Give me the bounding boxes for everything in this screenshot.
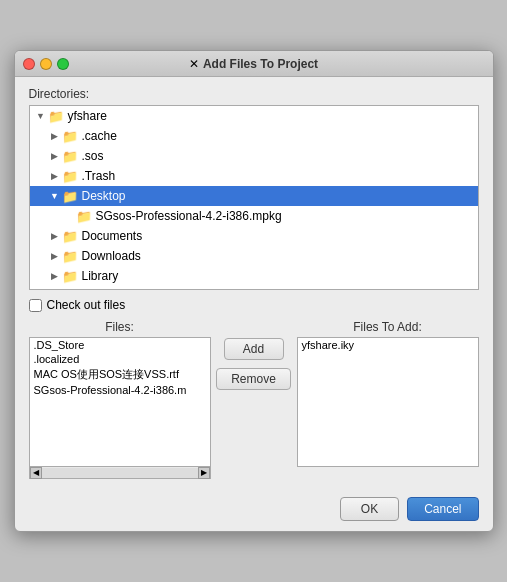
add-button[interactable]: Add [224,338,284,360]
folder-icon-sgsos: 📁 [76,209,92,224]
folder-icon: 📁 [48,109,64,124]
folder-icon-downloads: 📁 [62,249,78,264]
file-item[interactable]: MAC OS使用SOS连接VSS.rtf [30,366,210,383]
directories-label: Directories: [29,87,479,101]
tree-item-downloads[interactable]: ▶ 📁 Downloads [30,246,478,266]
folder-icon-cache: 📁 [62,129,78,144]
folder-icon-sos: 📁 [62,149,78,164]
scroll-right-button[interactable]: ▶ [198,467,210,479]
dialog-footer: OK Cancel [15,489,493,531]
tree-item-documents[interactable]: ▶ 📁 Documents [30,226,478,246]
scroll-left-button[interactable]: ◀ [30,467,42,479]
tree-label-downloads: Downloads [82,249,141,263]
tree-label-sgsos: SGsos-Professional-4.2-i386.mpkg [96,209,282,223]
files-to-add-label: Files To Add: [297,320,479,334]
scroll-track [42,468,198,478]
file-item[interactable]: .localized [30,352,210,366]
tree-label-documents: Documents [82,229,143,243]
toggle-sos: ▶ [48,151,62,161]
minimize-button[interactable] [40,58,52,70]
cancel-button[interactable]: Cancel [407,497,478,521]
files-label: Files: [29,320,211,334]
bottom-section: Files: .DS_Store .localized MAC OS使用SOS连… [29,320,479,479]
toggle-yfshare: ▼ [34,111,48,121]
title-bar-buttons [23,58,69,70]
toggle-downloads: ▶ [48,251,62,261]
toggle-desktop: ▼ [48,191,62,201]
tree-item-desktop[interactable]: ▼ 📁 Desktop [30,186,478,206]
folder-icon-desktop: 📁 [62,189,78,204]
toggle-cache: ▶ [48,131,62,141]
toggle-trash: ▶ [48,171,62,181]
directory-tree[interactable]: ▼ 📁 yfshare ▶ 📁 .cache ▶ 📁 .sos ▶ 📁 .Tra… [29,105,479,290]
remove-button[interactable]: Remove [216,368,291,390]
tree-label-trash: .Trash [82,169,116,183]
tree-label-yfshare: yfshare [68,109,107,123]
title-icon: ✕ [189,57,199,71]
files-list[interactable]: .DS_Store .localized MAC OS使用SOS连接VSS.rt… [29,337,211,467]
folder-icon-library: 📁 [62,269,78,284]
tree-label-desktop: Desktop [82,189,126,203]
checkout-label: Check out files [47,298,126,312]
tree-item-yfshare[interactable]: ▼ 📁 yfshare [30,106,478,126]
dialog-content: Directories: ▼ 📁 yfshare ▶ 📁 .cache ▶ 📁 … [15,77,493,489]
file-item[interactable]: .DS_Store [30,338,210,352]
close-button[interactable] [23,58,35,70]
maximize-button[interactable] [57,58,69,70]
file-item[interactable]: SGsos-Professional-4.2-i386.m [30,383,210,397]
file-to-add-item[interactable]: yfshare.iky [298,338,478,352]
folder-icon-trash: 📁 [62,169,78,184]
tree-item-sgsos[interactable]: 📁 SGsos-Professional-4.2-i386.mpkg [30,206,478,226]
tree-item-trash[interactable]: ▶ 📁 .Trash [30,166,478,186]
files-to-add-list[interactable]: yfshare.iky [297,337,479,467]
tree-item-cache[interactable]: ▶ 📁 .cache [30,126,478,146]
ok-button[interactable]: OK [340,497,399,521]
toggle-documents: ▶ [48,231,62,241]
tree-label-library: Library [82,269,119,283]
files-panel: Files: .DS_Store .localized MAC OS使用SOS连… [29,320,211,479]
files-to-add-panel: Files To Add: yfshare.iky [297,320,479,479]
checkout-row: Check out files [29,298,479,312]
files-scrollbar[interactable]: ◀ ▶ [29,467,211,479]
tree-item-library[interactable]: ▶ 📁 Library [30,266,478,286]
tree-item-sos[interactable]: ▶ 📁 .sos [30,146,478,166]
checkout-checkbox[interactable] [29,299,42,312]
window-title: Add Files To Project [203,57,318,71]
title-bar: ✕ Add Files To Project [15,51,493,77]
dialog-window: ✕ Add Files To Project Directories: ▼ 📁 … [14,50,494,532]
folder-icon-documents: 📁 [62,229,78,244]
tree-label-sos: .sos [82,149,104,163]
tree-label-cache: .cache [82,129,117,143]
add-remove-buttons: Add Remove [219,320,289,390]
toggle-library: ▶ [48,271,62,281]
